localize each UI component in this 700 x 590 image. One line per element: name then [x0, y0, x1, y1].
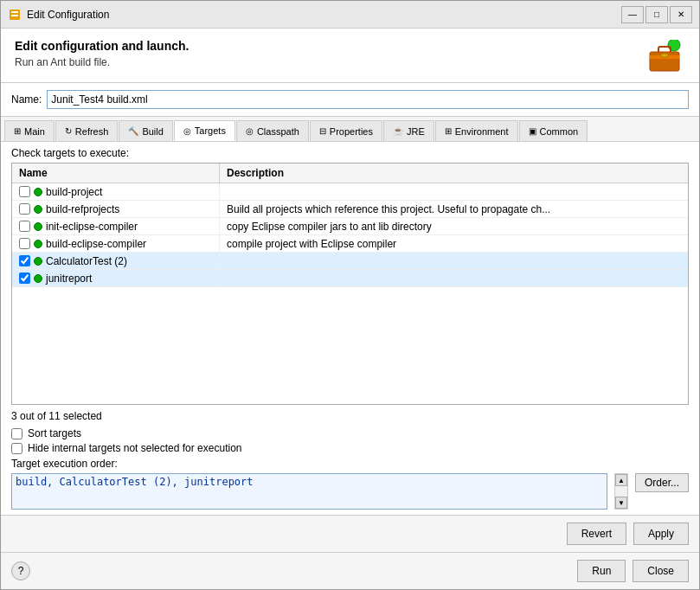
tab-environment[interactable]: ⊞ Environment — [435, 120, 518, 141]
svg-rect-2 — [11, 15, 18, 16]
properties-tab-icon: ⊟ — [319, 126, 326, 136]
tab-jre-label: JRE — [407, 126, 425, 137]
tab-environment-label: Environment — [455, 126, 509, 137]
selected-count: 3 out of 11 selected — [11, 410, 689, 422]
tab-jre[interactable]: ☕ JRE — [383, 120, 434, 141]
tab-classpath[interactable]: ◎ Classpath — [236, 120, 309, 141]
tab-main[interactable]: ⊞ Main — [4, 120, 55, 141]
close-button[interactable]: ✕ — [670, 6, 692, 23]
bottom-section: 3 out of 11 selected Sort targets Hide i… — [1, 405, 699, 515]
minimize-button[interactable]: — — [621, 6, 644, 23]
window-title: Edit Configuration — [27, 9, 621, 21]
row-5-label: junitreport — [46, 273, 92, 285]
row-0-name: build-project — [12, 183, 220, 200]
table-row: junitreport — [12, 270, 688, 287]
tab-properties[interactable]: ⊟ Properties — [310, 120, 382, 141]
row-5-name: junitreport — [12, 270, 220, 286]
table-row: CalculatorTest (2) — [12, 253, 688, 270]
svg-rect-1 — [11, 11, 18, 13]
header-title: Edit configuration and launch. — [15, 39, 189, 53]
footer-left: ? — [11, 561, 30, 580]
row-5-desc — [220, 270, 688, 286]
row-2-desc: copy Eclipse compiler jars to ant lib di… — [220, 218, 688, 234]
jre-tab-icon: ☕ — [393, 126, 403, 136]
tab-properties-label: Properties — [330, 126, 373, 137]
hide-internal-checkbox[interactable] — [11, 443, 22, 454]
footer-row: ? Run Close — [1, 552, 699, 589]
tab-common[interactable]: ▣ Common — [519, 120, 588, 141]
name-row: Name: — [1, 83, 699, 117]
main-tab-icon: ⊞ — [14, 126, 21, 136]
row-4-checkbox[interactable] — [19, 255, 30, 266]
exec-order-label: Target execution order: — [11, 458, 689, 470]
scroll-down-arrow[interactable]: ▼ — [615, 497, 627, 509]
tabs-bar: ⊞ Main ↻ Refresh 🔨 Build ◎ Targets ◎ Cla… — [1, 117, 699, 142]
header-section: Edit configuration and launch. Run an An… — [1, 29, 699, 83]
common-tab-icon: ▣ — [529, 126, 536, 136]
exec-order-textarea[interactable] — [11, 473, 607, 510]
tab-targets[interactable]: ◎ Targets — [174, 120, 235, 141]
row-0-label: build-project — [46, 186, 102, 198]
row-0-desc — [220, 183, 688, 200]
revert-button[interactable]: Revert — [567, 523, 626, 545]
help-button[interactable]: ? — [11, 561, 30, 580]
exec-order-scrollbar[interactable]: ▲ ▼ — [614, 473, 628, 510]
targets-table: Name Description build-project — [11, 163, 689, 405]
close-dialog-button[interactable]: Close — [633, 560, 689, 582]
svg-rect-6 — [661, 54, 668, 57]
targets-tab-icon: ◎ — [183, 126, 191, 136]
row-1-checkbox[interactable] — [19, 203, 30, 215]
green-dot-icon — [34, 240, 42, 248]
header-text: Edit configuration and launch. Run an An… — [15, 39, 189, 68]
name-input[interactable] — [47, 90, 689, 109]
header-subtitle: Run an Ant build file. — [15, 56, 189, 68]
row-1-label: build-refprojects — [46, 203, 119, 215]
row-2-label: init-eclipse-compiler — [46, 221, 138, 233]
classpath-tab-icon: ◎ — [246, 126, 254, 136]
tab-refresh[interactable]: ↻ Refresh — [55, 120, 119, 141]
scroll-up-arrow[interactable]: ▲ — [615, 474, 627, 486]
green-dot-icon — [34, 257, 42, 266]
row-3-name: build-eclipse-compiler — [12, 235, 220, 252]
row-4-name: CalculatorTest (2) — [12, 253, 220, 269]
col-header-name: Name — [12, 164, 220, 183]
row-1-desc: Build all projects which reference this … — [220, 201, 688, 217]
window-icon — [8, 8, 22, 22]
exec-order-row: ▲ ▼ Order... — [11, 473, 689, 510]
row-0-checkbox[interactable] — [19, 186, 30, 197]
row-1-name: build-refprojects — [12, 201, 220, 217]
title-bar: Edit Configuration — □ ✕ — [1, 1, 699, 29]
hide-internal-label: Hide internal targets not selected for e… — [28, 442, 241, 454]
action-row: Revert Apply — [1, 515, 699, 552]
scroll-track — [615, 486, 627, 497]
maximize-button[interactable]: □ — [645, 6, 668, 23]
row-2-name: init-eclipse-compiler — [12, 218, 220, 234]
row-3-checkbox[interactable] — [19, 238, 30, 249]
row-4-desc — [220, 253, 688, 269]
order-button[interactable]: Order... — [635, 473, 689, 492]
row-3-desc: compile project with Eclipse compiler — [220, 235, 688, 252]
table-row: build-project — [12, 183, 688, 201]
footer-right: Run Close — [577, 560, 689, 582]
tab-common-label: Common — [540, 126, 579, 137]
sort-targets-row: Sort targets — [11, 427, 689, 439]
env-tab-icon: ⊞ — [445, 126, 452, 136]
check-targets-label: Check targets to execute: — [1, 142, 699, 163]
tab-classpath-label: Classpath — [257, 126, 299, 137]
apply-button[interactable]: Apply — [633, 523, 689, 545]
table-header: Name Description — [12, 164, 688, 183]
row-2-checkbox[interactable] — [19, 221, 30, 232]
build-tab-icon: 🔨 — [128, 126, 138, 136]
refresh-tab-icon: ↻ — [65, 126, 72, 136]
sort-targets-checkbox[interactable] — [11, 428, 22, 439]
row-4-label: CalculatorTest (2) — [46, 255, 127, 267]
tab-targets-label: Targets — [195, 125, 226, 136]
run-button[interactable]: Run — [577, 560, 626, 582]
header-icon — [644, 39, 685, 74]
tab-build[interactable]: 🔨 Build — [119, 120, 172, 141]
tab-main-label: Main — [24, 126, 45, 137]
window-controls: — □ ✕ — [621, 6, 692, 23]
green-dot-icon — [34, 205, 42, 214]
table-row: build-eclipse-compiler compile project w… — [12, 235, 688, 253]
row-5-checkbox[interactable] — [19, 273, 30, 284]
